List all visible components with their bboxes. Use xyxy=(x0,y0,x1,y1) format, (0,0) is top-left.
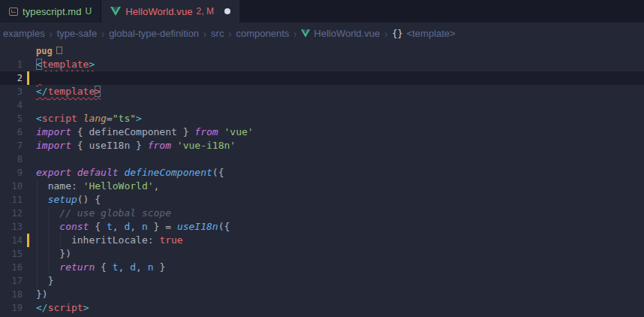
code-line[interactable]: 10 name: 'HelloWorld', xyxy=(0,180,644,193)
breadcrumb-label: components xyxy=(236,28,289,39)
code-token: import xyxy=(36,140,71,151)
tab-decoration: 2, M xyxy=(197,6,214,17)
code-line[interactable]: 16 return { t, d, n } xyxy=(0,261,644,274)
code-token: () { xyxy=(77,194,101,205)
code-token: 'vue' xyxy=(224,126,253,137)
breadcrumb-item-global-type-definition[interactable]: global-type-definition xyxy=(109,28,199,39)
code-line[interactable]: 17 } xyxy=(0,274,644,288)
code-text: } xyxy=(36,274,53,288)
code-token: "ts" xyxy=(113,113,136,124)
code-token: d xyxy=(130,261,136,273)
code-token: import xyxy=(36,126,71,137)
code-text: <script lang="ts"> xyxy=(36,112,142,125)
code-token: } xyxy=(154,261,166,273)
code-line[interactable]: 2 xyxy=(0,71,644,85)
breadcrumb-item-helloworld-vue[interactable]: HelloWorld.vue xyxy=(301,28,380,39)
code-token: inheritLocale: xyxy=(36,234,159,246)
line-number: 9 xyxy=(0,166,23,180)
tab-decoration: U xyxy=(86,6,92,17)
code-token: script xyxy=(42,113,77,124)
dirty-indicator[interactable] xyxy=(224,8,230,14)
code-token: t xyxy=(107,221,113,232)
breadcrumb: examples›type-safe›global-type-definitio… xyxy=(0,23,644,44)
code-line[interactable]: 18}) xyxy=(0,288,644,301)
code-token: }) xyxy=(36,248,71,259)
tab-typescript-md[interactable]: typescript.mdU xyxy=(0,0,101,23)
code-token: name: xyxy=(36,180,83,192)
code-token: }) xyxy=(36,288,48,300)
code-token: > xyxy=(136,113,142,124)
code-token: template xyxy=(42,59,89,70)
git-modified-marker xyxy=(27,234,29,247)
code-token xyxy=(36,207,59,219)
code-text: }) xyxy=(36,288,48,301)
breadcrumb-item-components[interactable]: components xyxy=(236,28,289,39)
code-token xyxy=(36,261,59,273)
line-number: 15 xyxy=(0,247,23,261)
breadcrumb-label: src xyxy=(211,28,224,39)
code-line[interactable]: 1<template> xyxy=(0,58,644,71)
code-line[interactable]: 6import { defineComponent } from 'vue' xyxy=(0,125,644,139)
code-token: { defineComponent } xyxy=(71,126,194,137)
chevron-right-icon: › xyxy=(384,27,387,41)
code-line[interactable]: 9export default defineComponent({ xyxy=(0,166,644,180)
symbol-braces-icon: {} xyxy=(392,29,402,39)
code-token xyxy=(36,221,59,232)
tab-title: typescript.md xyxy=(23,6,82,17)
breadcrumb-label: type-safe xyxy=(57,28,97,39)
code-token: { useI18n } xyxy=(71,140,148,151)
line-number: 4 xyxy=(0,98,23,112)
code-line[interactable]: 11 setup() { xyxy=(0,193,644,207)
code-token: } xyxy=(36,275,53,286)
code-token: defineComponent xyxy=(124,167,212,178)
breadcrumb-item--template-[interactable]: {}<template> xyxy=(392,28,456,39)
code-token: n xyxy=(142,221,148,232)
code-text: import { defineComponent } from 'vue' xyxy=(36,125,254,139)
template-lang-widget[interactable]: pug xyxy=(36,44,62,58)
code-text: setup() { xyxy=(36,193,101,207)
breadcrumb-item-type-safe[interactable]: type-safe xyxy=(57,28,97,39)
line-number: 6 xyxy=(0,125,23,139)
code-token: n xyxy=(148,261,154,273)
code-text: import { useI18n } from 'vue-i18n' xyxy=(36,139,236,152)
vue-icon xyxy=(301,29,310,38)
code-text: return { t, d, n } xyxy=(36,261,165,274)
code-token: ({ xyxy=(218,221,230,232)
code-token: , xyxy=(130,221,142,232)
code-token: true xyxy=(159,234,182,246)
breadcrumb-item-src[interactable]: src xyxy=(211,28,224,39)
line-number: 10 xyxy=(0,180,23,193)
line-number: 1 xyxy=(0,58,23,71)
code-line[interactable]: 13 const { t, d, n } = useI18n({ xyxy=(0,220,644,234)
code-token xyxy=(36,194,48,205)
code-token: , xyxy=(136,261,148,273)
code-line[interactable]: 3</template> xyxy=(0,85,644,98)
tab-title: HelloWorld.vue xyxy=(125,6,192,17)
code-token: export xyxy=(36,167,71,178)
tab-helloworld-vue[interactable]: HelloWorld.vue2, M xyxy=(101,0,239,23)
code-editor[interactable]: pug 1<template>2 3</template>45<script l… xyxy=(0,44,644,317)
code-token: , xyxy=(154,180,160,192)
code-line[interactable]: 15 }) xyxy=(0,247,644,261)
breadcrumb-label: examples xyxy=(3,28,45,39)
template-lang-widget-row: pug xyxy=(0,44,644,58)
code-line[interactable]: 12 // use global scope xyxy=(0,207,644,220)
code-line[interactable]: 14 inheritLocale: true xyxy=(0,234,644,247)
line-number: 19 xyxy=(0,301,23,315)
code-line[interactable]: 5<script lang="ts"> xyxy=(0,112,644,125)
code-token xyxy=(36,72,42,83)
code-line[interactable]: 7import { useI18n } from 'vue-i18n' xyxy=(0,139,644,152)
code-line[interactable]: 8 xyxy=(0,152,644,166)
code-text: </script> xyxy=(36,301,89,315)
code-text: </template> xyxy=(36,85,101,98)
code-line[interactable]: 4 xyxy=(0,98,644,112)
breadcrumb-item-examples[interactable]: examples xyxy=(3,28,45,39)
markdown-icon xyxy=(9,8,18,16)
code-token: , xyxy=(119,261,131,273)
code-token: } = xyxy=(148,221,177,232)
code-token: script xyxy=(48,302,83,313)
code-text xyxy=(36,71,42,85)
code-text: const { t, d, n } = useI18n({ xyxy=(36,220,230,234)
widget-box-icon xyxy=(56,47,62,54)
code-line[interactable]: 19</script> xyxy=(0,301,644,315)
